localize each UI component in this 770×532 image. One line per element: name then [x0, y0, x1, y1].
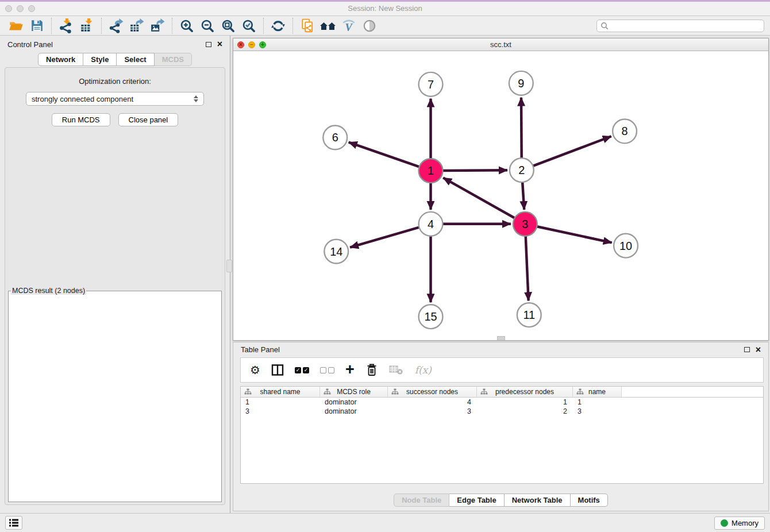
split-columns-icon — [271, 364, 284, 376]
export-image-button[interactable] — [147, 17, 168, 34]
graph-edge-2-8[interactable] — [533, 136, 611, 166]
refresh-button[interactable] — [268, 17, 288, 34]
column-header-name[interactable]: name — [573, 387, 622, 398]
cell-shared-name[interactable]: 3 — [241, 407, 320, 416]
search-input[interactable] — [611, 22, 760, 30]
graphics-details-button[interactable] — [359, 17, 380, 34]
graph-node-9[interactable]: 9 — [509, 71, 533, 95]
graph-node-15[interactable]: 15 — [419, 304, 443, 329]
table-panel: Table Panel × ⚙ ✓✓ + — [233, 342, 769, 511]
graph-node-8[interactable]: 8 — [613, 119, 637, 144]
maximize-window-button[interactable] — [28, 5, 35, 12]
mcds-result-text[interactable]: 1 3 — [10, 296, 213, 298]
cell-name[interactable]: 3 — [573, 407, 622, 416]
toolbar-separator — [172, 18, 172, 34]
zoom-in-button[interactable] — [176, 17, 197, 34]
column-header-mcds-role[interactable]: MCDS role — [320, 387, 388, 398]
close-panel-icon[interactable]: × — [217, 40, 222, 49]
table-row[interactable]: 3dominator323 — [241, 407, 763, 416]
vizmapper-button[interactable]: V — [338, 17, 359, 34]
cell-successor-nodes[interactable]: 4 — [388, 398, 477, 407]
graph-edge-1-2[interactable] — [442, 170, 507, 171]
close-window-button[interactable] — [5, 5, 12, 12]
import-network-button[interactable] — [56, 17, 76, 34]
run-mcds-button[interactable]: Run MCDS — [52, 113, 110, 126]
column-header-predecessor-nodes[interactable]: predecessor nodes — [477, 387, 573, 398]
window-title: Session: New Session — [0, 0, 770, 17]
table-tab-motifs[interactable]: Motifs — [571, 494, 608, 507]
close-panel-button[interactable]: Close panel — [118, 113, 179, 126]
graph-node-11[interactable]: 11 — [517, 303, 541, 327]
zoom-fit-button[interactable] — [218, 17, 238, 34]
graph-node-7[interactable]: 7 — [419, 72, 443, 97]
graph-node-1[interactable]: 1 — [419, 159, 443, 183]
cell-name[interactable]: 1 — [573, 398, 622, 407]
settings-gear-button[interactable]: ⚙ — [250, 363, 260, 377]
float-panel-icon[interactable] — [206, 42, 211, 47]
refresh-icon — [271, 18, 286, 33]
tab-mcds[interactable]: MCDS — [155, 53, 192, 66]
table-tab-network-table[interactable]: Network Table — [505, 494, 571, 507]
graph-node-14[interactable]: 14 — [324, 240, 348, 264]
main-toolbar: V — [0, 16, 770, 36]
hierarchy-icon — [576, 388, 584, 395]
clone-network-button[interactable] — [297, 17, 318, 34]
cell-predecessor-nodes[interactable]: 1 — [477, 398, 573, 407]
unselect-all-columns-button[interactable] — [320, 367, 334, 373]
float-table-panel-icon[interactable] — [744, 347, 750, 352]
graph-edge-1-6[interactable] — [349, 142, 419, 167]
cell-mcds-role[interactable]: dominator — [320, 398, 388, 407]
graph-edge-2-9[interactable] — [521, 98, 522, 159]
reset-view-button[interactable] — [318, 17, 338, 34]
canvas-splitter-handle[interactable] — [497, 336, 505, 340]
zoom-fit-icon — [221, 18, 236, 33]
import-table-button[interactable] — [76, 17, 97, 34]
graph-edge-4-14[interactable] — [350, 228, 419, 248]
graph-node-4[interactable]: 4 — [419, 212, 443, 236]
add-column-button[interactable]: + — [345, 364, 355, 376]
function-builder-button[interactable]: f(x) — [415, 364, 432, 376]
cell-shared-name[interactable]: 1 — [241, 398, 320, 407]
memory-button[interactable]: Memory — [714, 516, 765, 530]
export-table-button[interactable] — [126, 17, 147, 34]
table-tab-node-table[interactable]: Node Table — [394, 494, 449, 507]
task-history-button[interactable] — [5, 516, 22, 530]
optimization-criterion-select[interactable]: strongly connected component — [26, 92, 204, 106]
graph-node-10[interactable]: 10 — [614, 234, 638, 258]
network-canvas[interactable]: 7968124314101511 — [233, 51, 768, 340]
panel-splitter-handle[interactable] — [226, 260, 232, 272]
graph-node-3[interactable]: 3 — [513, 212, 537, 236]
tab-style[interactable]: Style — [83, 53, 117, 66]
graph-edge-2-3[interactable] — [522, 182, 524, 210]
hierarchy-icon — [391, 388, 399, 395]
cell-mcds-role[interactable]: dominator — [320, 407, 388, 416]
open-session-button[interactable] — [6, 17, 26, 34]
tab-network[interactable]: Network — [38, 53, 83, 66]
cell-predecessor-nodes[interactable]: 2 — [477, 407, 573, 416]
cell-successor-nodes[interactable]: 3 — [388, 407, 477, 416]
split-columns-button[interactable] — [271, 364, 284, 376]
minimize-window-button[interactable] — [17, 5, 24, 12]
select-all-columns-button[interactable]: ✓✓ — [295, 367, 309, 373]
table-tab-edge-table[interactable]: Edge Table — [449, 494, 504, 507]
delete-column-button[interactable] — [365, 363, 378, 377]
close-table-panel-icon[interactable]: × — [756, 345, 761, 354]
zoom-selected-button[interactable] — [238, 17, 259, 34]
zoom-in-icon — [179, 18, 194, 33]
delete-table-button[interactable] — [389, 364, 404, 376]
graph-edge-3-10[interactable] — [537, 226, 611, 242]
zoom-out-button[interactable] — [197, 17, 218, 34]
save-session-button[interactable] — [26, 17, 47, 34]
tab-select[interactable]: Select — [117, 53, 154, 66]
main-area: Control Panel × NetworkStyleSelectMCDS O… — [0, 36, 770, 513]
table-row[interactable]: 1dominator411 — [241, 398, 763, 407]
export-table-icon — [129, 18, 144, 33]
column-header-successor-nodes[interactable]: successor nodes — [388, 387, 477, 398]
column-header-shared-name[interactable]: shared name — [241, 387, 320, 398]
graph-edge-3-1[interactable] — [443, 178, 514, 218]
graph-node-2[interactable]: 2 — [510, 158, 534, 182]
graph-node-6[interactable]: 6 — [323, 125, 347, 149]
graph-edge-3-11[interactable] — [526, 236, 529, 301]
export-network-button[interactable] — [106, 17, 126, 34]
select-chevrons-icon — [194, 95, 198, 102]
